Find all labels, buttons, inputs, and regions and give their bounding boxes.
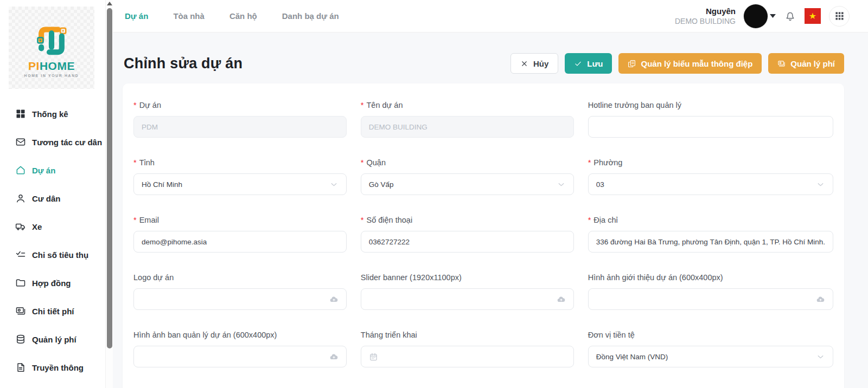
sidebar-item[interactable]: Xe — [0, 212, 105, 241]
pihome-logo-icon — [28, 18, 75, 58]
scrollbar-thumb[interactable] — [107, 8, 112, 348]
select-input[interactable]: Đồng Việt Nam (VND) — [588, 346, 833, 367]
text-input[interactable]: 336 đường Hai Bà Trưng, phường Tân Định,… — [588, 231, 833, 253]
user-name: Nguyên — [675, 6, 736, 17]
field-value: PDM — [142, 123, 158, 131]
select-input[interactable]: 03 — [588, 173, 833, 195]
user-icon — [15, 193, 26, 204]
sidebar-item[interactable]: Truyền thông — [0, 353, 105, 381]
field-label-text: Dự án — [139, 101, 161, 109]
upload-input[interactable] — [133, 288, 347, 310]
chevron-down-icon — [816, 352, 825, 361]
nav-tab[interactable]: Căn hộ — [229, 11, 257, 21]
sidebar-item-label: Quản lý phí — [32, 335, 76, 344]
database-icon — [15, 334, 26, 345]
edit-project-card: *Dự án PDM *Tên dự án DEMO BUILDING Hotl… — [123, 83, 844, 388]
page-head: Chỉnh sửa dự án Hủy Lưu Quản lý biểu mẫu… — [124, 33, 844, 74]
close-icon — [520, 60, 528, 68]
form-field: Slider banner (1920x1100px) — [361, 273, 574, 310]
bell-icon[interactable] — [784, 10, 796, 22]
required-asterisk: * — [133, 101, 137, 109]
main-area: Dự ánTòa nhàCăn hộDanh bạ dự án Nguyên D… — [113, 0, 868, 388]
form-field: Hình ảnh giới thiệu dự án (600x400px) — [588, 273, 833, 310]
field-label: Hình ảnh ban quản lý dự án (600x400px) — [133, 331, 347, 339]
field-label: *Tỉnh — [133, 158, 347, 167]
upload-input[interactable] — [588, 288, 833, 310]
text-input[interactable]: demo@pihome.asia — [133, 231, 347, 253]
apps-grid-button[interactable] — [829, 6, 850, 27]
meter-check-icon — [15, 249, 26, 260]
field-label-text: Số điện thoại — [367, 216, 413, 224]
action-button[interactable]: Quản lý phí — [768, 53, 844, 74]
date-input[interactable] — [361, 346, 574, 367]
user-project: DEMO BUILDING — [675, 16, 736, 26]
caret-down-icon — [770, 14, 776, 18]
sidebar-item[interactable]: Cư dân — [0, 184, 105, 212]
field-label-text: Tháng triển khai — [361, 331, 417, 339]
sidebar-item[interactable]: Quản lý phí — [0, 325, 105, 353]
form-field: *Số điện thoại 0362727222 — [361, 216, 574, 253]
sidebar-item[interactable]: Dự án — [0, 156, 105, 184]
sidebar-item-label: Cư dân — [32, 194, 61, 203]
action-button[interactable]: Quản lý biểu mẫu thông điệp — [618, 53, 762, 74]
form-field: Logo dự án — [133, 273, 347, 310]
avatar[interactable] — [744, 4, 768, 28]
select-input[interactable]: Hồ Chí Minh — [133, 173, 347, 195]
text-input[interactable] — [588, 116, 833, 138]
form-field: Tháng triển khai — [361, 331, 574, 367]
topnav-tabs: Dự ánTòa nhàCăn hộDanh bạ dự án — [125, 11, 339, 21]
language-flag-vn[interactable]: ★ — [805, 8, 821, 24]
action-button[interactable]: Hủy — [510, 53, 558, 74]
action-button[interactable]: Lưu — [565, 53, 612, 74]
required-asterisk: * — [588, 216, 591, 224]
form-field: Đơn vị tiền tệ Đồng Việt Nam (VND) — [588, 331, 833, 367]
nav-tab[interactable]: Tòa nhà — [173, 11, 205, 21]
page-actions: Hủy Lưu Quản lý biểu mẫu thông điệp Quản… — [510, 53, 844, 74]
user-info: Nguyên DEMO BUILDING — [675, 6, 736, 27]
select-input[interactable]: Gò Vấp — [361, 173, 574, 195]
chevron-down-icon — [329, 180, 339, 189]
sidebar-item[interactable]: Tương tác cư dân — [0, 128, 105, 156]
sidebar-item-label: Truyền thông — [32, 363, 84, 372]
sidebar-item[interactable]: Hợp đồng — [0, 269, 105, 297]
sidebar-item[interactable]: Chỉ số tiêu thụ — [0, 241, 105, 269]
upload-input[interactable] — [361, 288, 574, 310]
user-menu[interactable] — [744, 4, 776, 28]
upload-input[interactable] — [133, 346, 347, 367]
sidebar-item-label: Chỉ số tiêu thụ — [32, 250, 88, 260]
folder-icon — [15, 277, 26, 288]
text-input: PDM — [133, 116, 347, 138]
sidebar-item-label: Xe — [32, 222, 42, 231]
action-button-label: Quản lý biểu mẫu thông điệp — [641, 59, 752, 68]
form-field: Hotline trưởng ban quản lý — [588, 101, 833, 138]
content: Chỉnh sửa dự án Hủy Lưu Quản lý biểu mẫu… — [113, 33, 868, 388]
sidebar-scrollbar[interactable] — [105, 0, 113, 388]
sidebar-item-label: Thống kê — [32, 109, 68, 119]
field-label: Hình ảnh giới thiệu dự án (600x400px) — [588, 273, 833, 282]
field-label-text: Quận — [367, 158, 386, 167]
field-label: Logo dự án — [133, 273, 347, 282]
field-label: *Dự án — [133, 101, 347, 109]
nav-tab[interactable]: Danh bạ dự án — [282, 11, 339, 21]
required-asterisk: * — [361, 101, 364, 109]
sidebar-menu: Thống kê Tương tác cư dân Dự án Cư dân X… — [0, 100, 105, 381]
required-asterisk: * — [588, 158, 591, 167]
action-button-label: Hủy — [533, 59, 548, 68]
field-label: Hotline trưởng ban quản lý — [588, 101, 833, 109]
scrollbar-up-arrow[interactable] — [107, 2, 112, 5]
field-value: Đồng Việt Nam (VND) — [596, 353, 668, 361]
text-input[interactable]: 0362727222 — [361, 231, 574, 253]
form-field: *Dự án PDM — [133, 101, 347, 138]
sidebar-item[interactable]: Thống kê — [0, 100, 105, 128]
home-icon — [15, 165, 26, 176]
nav-tab[interactable]: Dự án — [125, 11, 148, 21]
field-label: *Email — [133, 216, 347, 224]
app-root: PIHOME HOME IN YOUR HAND Thống kê Tương … — [0, 0, 868, 388]
sidebar-item[interactable]: Chi tiết phí — [0, 297, 105, 325]
required-asterisk: * — [133, 158, 137, 167]
field-label: *Số điện thoại — [361, 216, 574, 224]
mail-icon — [15, 137, 26, 147]
field-label: Slider banner (1920x1100px) — [361, 273, 574, 282]
sidebar-item-label: Hợp đồng — [32, 279, 71, 288]
field-value: 336 đường Hai Bà Trưng, phường Tân Định,… — [596, 238, 825, 246]
